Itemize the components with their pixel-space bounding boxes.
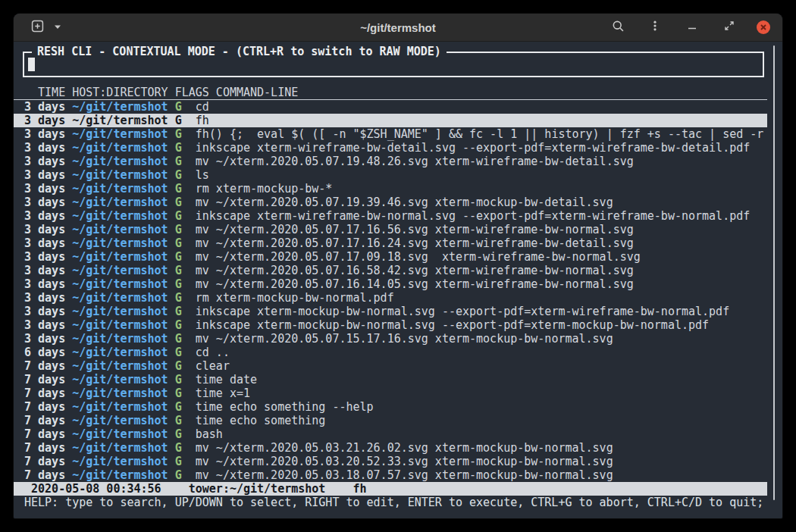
- row-flags: G: [175, 427, 182, 441]
- minimize-button[interactable]: [682, 17, 702, 37]
- row-directory: ~/git/termshot: [72, 182, 168, 196]
- row-time: 3 days: [24, 196, 65, 209]
- history-row[interactable]: 7 days ~/git/termshot G time date: [14, 373, 767, 386]
- history-row[interactable]: 7 days ~/git/termshot G time echo someth…: [14, 414, 767, 427]
- restore-icon: [723, 20, 735, 35]
- row-command: mv ~/xterm.2020.05.07.19.39.46.svg xterm…: [196, 196, 613, 209]
- row-flags: G: [175, 346, 182, 359]
- kebab-menu-icon: [649, 20, 661, 35]
- titlebar: ~/git/termshot: [14, 14, 782, 42]
- row-command: time x=1: [196, 386, 250, 400]
- row-time: 3 days: [24, 100, 65, 114]
- history-row[interactable]: 3 days ~/git/termshot G mv ~/xterm.2020.…: [14, 277, 767, 291]
- text-cursor: [28, 58, 35, 71]
- new-tab-button[interactable]: [27, 17, 47, 37]
- row-time: 7 days: [24, 455, 65, 468]
- history-row[interactable]: 7 days ~/git/termshot G bash: [14, 427, 767, 441]
- history-row[interactable]: 7 days ~/git/termshot G time x=1: [14, 386, 767, 400]
- history-row[interactable]: 3 days ~/git/termshot G fh() {; eval $( …: [14, 127, 767, 141]
- row-flags: G: [175, 400, 182, 414]
- row-directory: ~/git/termshot: [72, 100, 168, 114]
- row-time: 3 days: [24, 114, 65, 127]
- restore-button[interactable]: [719, 17, 739, 37]
- history-row[interactable]: 7 days ~/git/termshot G mv ~/xterm.2020.…: [14, 468, 767, 482]
- row-flags: G: [175, 373, 182, 386]
- row-directory: ~/git/termshot: [72, 346, 168, 359]
- row-time: 3 days: [24, 264, 65, 277]
- row-flags: G: [175, 155, 182, 168]
- tab-dropdown-button[interactable]: [52, 17, 64, 37]
- close-icon: [760, 20, 767, 34]
- row-command: mv ~/xterm.2020.05.07.19.48.26.svg xterm…: [196, 155, 634, 168]
- search-icon: [612, 20, 625, 36]
- status-command: fh: [353, 482, 367, 496]
- row-flags: G: [175, 168, 182, 182]
- history-row[interactable]: 3 days ~/git/termshot G rm xterm-mockup-…: [14, 291, 767, 305]
- row-command: inkscape xterm-wireframe-bw-detail.svg -…: [196, 141, 751, 155]
- row-directory: ~/git/termshot: [72, 209, 168, 223]
- search-input[interactable]: RESH CLI - CONTEXTUAL MODE - (CTRL+R to …: [23, 52, 764, 77]
- row-directory: ~/git/termshot: [72, 318, 168, 332]
- row-directory: ~/git/termshot: [72, 305, 168, 318]
- history-row[interactable]: 3 days ~/git/termshot G mv ~/xterm.2020.…: [14, 332, 767, 346]
- status-bar: 2020-05-08 00:34:56 tower:~/git/termshot…: [14, 482, 767, 496]
- row-command: rm xterm-mockup-bw-normal.pdf: [196, 291, 394, 305]
- terminal-screen: RESH CLI - CONTEXTUAL MODE - (CTRL+R to …: [14, 42, 782, 518]
- row-command: cd ..: [196, 346, 230, 359]
- row-time: 3 days: [24, 318, 65, 332]
- row-time: 7 days: [24, 468, 65, 482]
- row-directory: ~/git/termshot: [72, 127, 168, 141]
- history-row[interactable]: 7 days ~/git/termshot G mv ~/xterm.2020.…: [14, 441, 767, 455]
- row-directory: ~/git/termshot: [72, 414, 168, 427]
- row-flags: G: [175, 277, 182, 291]
- history-row[interactable]: 6 days ~/git/termshot G cd ..: [14, 346, 767, 359]
- row-directory: ~/git/termshot: [72, 373, 168, 386]
- history-row[interactable]: 3 days ~/git/termshot G inkscape xterm-w…: [14, 141, 767, 155]
- history-row[interactable]: 7 days ~/git/termshot G mv ~/xterm.2020.…: [14, 455, 767, 468]
- history-row[interactable]: 3 days ~/git/termshot G cd: [14, 100, 767, 114]
- row-command: time echo something --help: [196, 400, 374, 414]
- row-command: cd: [196, 100, 209, 114]
- row-time: 3 days: [24, 277, 65, 291]
- row-directory: ~/git/termshot: [72, 168, 168, 182]
- row-time: 3 days: [24, 141, 65, 155]
- terminal-scrollbar[interactable]: [773, 45, 775, 500]
- history-row[interactable]: 3 days ~/git/termshot G mv ~/xterm.2020.…: [14, 223, 767, 236]
- history-row[interactable]: 3 days ~/git/termshot G mv ~/xterm.2020.…: [14, 250, 767, 264]
- history-row[interactable]: 3 days ~/git/termshot G inkscape xterm-m…: [14, 318, 767, 332]
- close-button[interactable]: [757, 20, 770, 34]
- history-list: 3 days ~/git/termshot G cd3 days ~/git/t…: [14, 100, 767, 482]
- history-row[interactable]: 3 days ~/git/termshot G ls: [14, 168, 767, 182]
- history-row[interactable]: 3 days ~/git/termshot G mv ~/xterm.2020.…: [14, 155, 767, 168]
- row-flags: G: [175, 114, 182, 127]
- history-row[interactable]: 3 days ~/git/termshot G rm xterm-mockup-…: [14, 182, 767, 196]
- history-row[interactable]: 3 days ~/git/termshot G mv ~/xterm.2020.…: [14, 236, 767, 250]
- row-flags: G: [175, 250, 182, 264]
- row-directory: ~/git/termshot: [72, 386, 168, 400]
- history-row[interactable]: 3 days ~/git/termshot G inkscape xterm-w…: [14, 209, 767, 223]
- row-flags: G: [175, 127, 182, 141]
- history-row[interactable]: 3 days ~/git/termshot G mv ~/xterm.2020.…: [14, 264, 767, 277]
- row-command: mv ~/xterm.2020.05.07.16.58.42.svg xterm…: [196, 264, 634, 277]
- row-command: rm xterm-mockup-bw-*: [196, 182, 333, 196]
- row-time: 7 days: [24, 386, 65, 400]
- row-time: 3 days: [24, 182, 65, 196]
- history-row[interactable]: 3 days ~/git/termshot G fh: [14, 114, 767, 127]
- row-time: 7 days: [24, 427, 65, 441]
- row-directory: ~/git/termshot: [72, 332, 168, 346]
- history-row[interactable]: 7 days ~/git/termshot G time echo someth…: [14, 400, 767, 414]
- row-flags: G: [175, 209, 182, 223]
- row-time: 3 days: [24, 127, 65, 141]
- menu-button[interactable]: [645, 17, 665, 37]
- row-time: 3 days: [24, 168, 65, 182]
- row-command: fh: [196, 114, 209, 127]
- history-row[interactable]: 7 days ~/git/termshot G clear: [14, 359, 767, 373]
- row-command: mv ~/xterm.2020.05.07.16.14.05.svg xterm…: [196, 277, 634, 291]
- row-command: clear: [196, 359, 230, 373]
- row-directory: ~/git/termshot: [72, 236, 168, 250]
- history-row[interactable]: 3 days ~/git/termshot G mv ~/xterm.2020.…: [14, 196, 767, 209]
- row-command: mv ~/xterm.2020.05.07.17.16.24.svg xterm…: [196, 236, 634, 250]
- history-row[interactable]: 3 days ~/git/termshot G inkscape xterm-m…: [14, 305, 767, 318]
- new-tab-icon: [31, 20, 44, 36]
- search-button[interactable]: [608, 17, 628, 37]
